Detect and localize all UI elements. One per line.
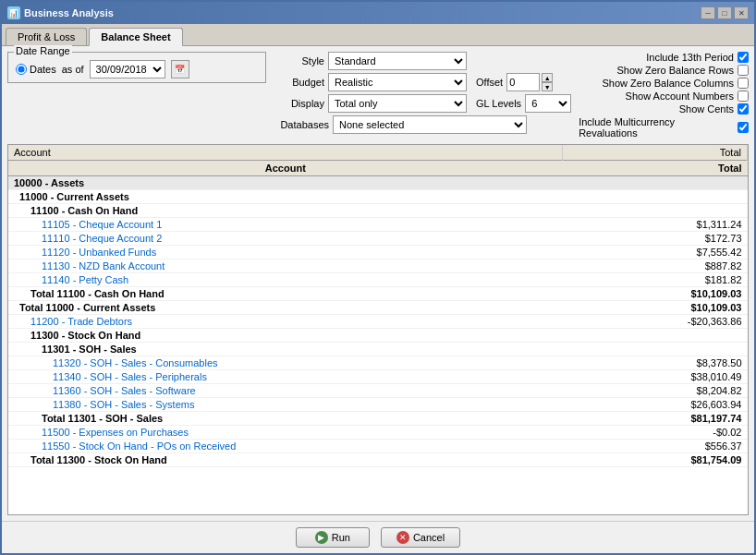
databases-select[interactable]: None selected (333, 115, 527, 134)
date-row: Dates as of 30/09/2018 📅 (16, 60, 258, 78)
checkbox-row-showzerocols: Show Zero Balance Columns (603, 78, 749, 89)
table-row[interactable]: 11380 - SOH - Sales - Systems$26,603.94 (8, 398, 748, 412)
col-header-account: Account (8, 145, 563, 161)
offset-group: ▲ ▼ (506, 73, 553, 91)
tab-profit-loss[interactable]: Profit & Loss (6, 28, 87, 45)
table-body: 10000 - Assets11000 - Current Assets1110… (8, 176, 748, 467)
checkbox-row-showacctnums: Show Account Numbers (626, 90, 749, 102)
display-label: Display (274, 98, 324, 109)
checkbox-row-includemulti: Include Multicurrency Revaluations (579, 116, 749, 139)
table-row[interactable]: 11110 - Cheque Account 2$172.73 (8, 232, 748, 246)
minimize-button[interactable]: ─ (701, 6, 715, 19)
run-label: Run (332, 532, 350, 543)
title-bar: 📊 Business Analysis ─ □ ✕ (2, 2, 754, 24)
table-row[interactable]: 11550 - Stock On Hand - POs on Received$… (8, 440, 748, 453)
table-row: 11300 - Stock On Hand (8, 329, 748, 343)
display-select[interactable]: Total only (328, 94, 467, 113)
main-window: 📊 Business Analysis ─ □ ✕ Profit & Loss … (0, 0, 756, 555)
cancel-icon: ✕ (396, 531, 409, 544)
title-bar-left: 📊 Business Analysis (7, 6, 114, 19)
checkbox-row-include13th: Include 13th Period (646, 52, 749, 63)
showzerorows-checkbox[interactable] (738, 65, 749, 76)
table-row: Total 11300 - Stock On Hand$81,754.09 (8, 453, 748, 467)
close-button[interactable]: ✕ (734, 6, 749, 19)
window-icon: 📊 (7, 6, 20, 19)
showcents-label: Show Cents (679, 103, 734, 115)
gl-levels-label: GL Levels (476, 98, 521, 109)
tab-balance-sheet[interactable]: Balance Sheet (89, 28, 182, 46)
cancel-button[interactable]: ✕ Cancel (381, 527, 460, 548)
as-of-label: as of (62, 64, 84, 75)
offset-input[interactable] (506, 73, 540, 91)
showzerocols-label: Show Zero Balance Columns (603, 78, 734, 89)
budget-select[interactable]: Realistic (328, 73, 467, 91)
table-container: Account Total Account Total 10000 - Asse… (7, 144, 749, 515)
table-row[interactable]: 11140 - Petty Cash$181.82 (8, 273, 748, 287)
window-title: Business Analysis (24, 7, 114, 18)
left-controls: Date Range Dates as of 30/09/2018 📅 (7, 52, 266, 140)
table-row[interactable]: 11500 - Expenses on Purchases-$0.02 (8, 426, 748, 440)
includemulti-checkbox[interactable] (738, 122, 749, 133)
style-label: Style (274, 55, 324, 66)
title-controls: ─ □ ✕ (701, 6, 749, 19)
checkbox-row-showzerorows: Show Zero Balance Rows (616, 65, 749, 76)
offset-label: Offset (476, 77, 503, 88)
showzerocols-checkbox[interactable] (738, 78, 749, 89)
table-row[interactable]: 11105 - Cheque Account 1$1,311.24 (8, 218, 748, 232)
style-select[interactable]: Standard (328, 52, 467, 70)
table-row: 11000 - Current Assets (8, 190, 748, 204)
col-label-row: Account Total (8, 161, 748, 176)
dates-radio-label: Dates (16, 64, 56, 75)
include13th-label: Include 13th Period (646, 52, 734, 63)
include13th-checkbox[interactable] (738, 52, 749, 63)
controls-section: Date Range Dates as of 30/09/2018 📅 (7, 52, 749, 140)
databases-label: Databases (274, 119, 329, 130)
dates-label: Dates (30, 64, 56, 75)
table-row: 11100 - Cash On Hand (8, 204, 748, 218)
right-controls: Include 13th Period Show Zero Balance Ro… (579, 52, 749, 140)
col-header-total: Total (563, 145, 748, 161)
gl-levels-select[interactable]: 6 (525, 94, 571, 113)
col-label-account: Account (8, 161, 563, 176)
checkbox-row-showcents: Show Cents (679, 103, 749, 115)
data-table: Account Total Account Total 10000 - Asse… (8, 145, 748, 467)
databases-row: Databases None selected (274, 115, 571, 134)
showacctnums-checkbox[interactable] (738, 90, 749, 102)
table-row[interactable]: 11130 - NZD Bank Account$887.82 (8, 259, 748, 273)
table-row[interactable]: 11120 - Unbanked Funds$7,555.42 (8, 246, 748, 259)
budget-label: Budget (274, 77, 324, 88)
showzerorows-label: Show Zero Balance Rows (616, 65, 734, 76)
maximize-button[interactable]: □ (717, 6, 732, 19)
date-select[interactable]: 30/09/2018 (90, 60, 165, 78)
content-area: Date Range Dates as of 30/09/2018 📅 (2, 46, 754, 521)
style-row: Style Standard (274, 52, 571, 70)
display-row: Display Total only GL Levels 6 (274, 94, 571, 113)
middle-controls: Style Standard Budget Realistic Offset ▲ (274, 52, 571, 140)
date-range-label: Date Range (14, 45, 72, 56)
table-row: 11301 - SOH - Sales (8, 343, 748, 356)
offset-up-button[interactable]: ▲ (542, 73, 553, 82)
table-row[interactable]: 11200 - Trade Debtors-$20,363.86 (8, 315, 748, 329)
footer-bar: ▶ Run ✕ Cancel (2, 521, 754, 553)
table-row: Total 11301 - SOH - Sales$81,197.74 (8, 412, 748, 426)
tab-bar: Profit & Loss Balance Sheet (2, 24, 754, 46)
run-icon: ▶ (315, 531, 328, 544)
offset-down-button[interactable]: ▼ (542, 82, 553, 91)
date-range-group: Date Range Dates as of 30/09/2018 📅 (7, 52, 266, 83)
table-row[interactable]: 11340 - SOH - Sales - Peripherals$38,010… (8, 370, 748, 384)
run-button[interactable]: ▶ Run (296, 527, 370, 548)
table-row: Total 11000 - Current Assets$10,109.03 (8, 301, 748, 315)
table-row[interactable]: 11360 - SOH - Sales - Software$8,204.82 (8, 384, 748, 398)
budget-row: Budget Realistic Offset ▲ ▼ (274, 73, 571, 91)
showacctnums-label: Show Account Numbers (626, 90, 734, 102)
table-row: 10000 - Assets (8, 176, 748, 190)
col-label-total: Total (563, 161, 748, 176)
table-header-row: Account Total (8, 145, 748, 161)
offset-spinners: ▲ ▼ (542, 73, 553, 91)
table-row: Total 11100 - Cash On Hand$10,109.03 (8, 287, 748, 301)
showcents-checkbox[interactable] (738, 103, 749, 115)
table-row[interactable]: 11320 - SOH - Sales - Consumables$8,378.… (8, 356, 748, 370)
includemulti-label: Include Multicurrency Revaluations (579, 116, 734, 139)
dates-radio[interactable] (16, 64, 27, 75)
calendar-button[interactable]: 📅 (171, 60, 189, 78)
